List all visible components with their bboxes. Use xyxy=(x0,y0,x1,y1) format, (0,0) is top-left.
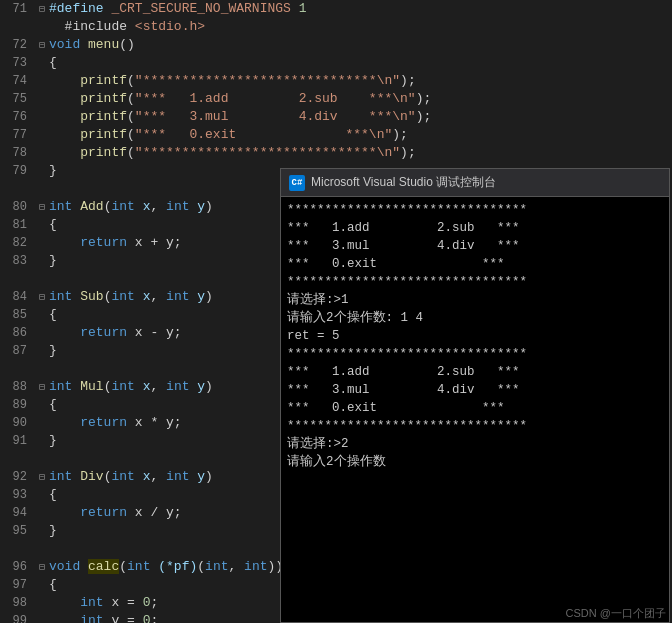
watermark: CSDN @一口个团子 xyxy=(566,606,666,621)
line-number: 96 xyxy=(0,558,35,576)
line-number: 89 xyxy=(0,396,35,414)
code-line: 78 printf("*****************************… xyxy=(0,144,672,162)
line-number: 87 xyxy=(0,342,35,360)
line-number: 77 xyxy=(0,126,35,144)
line-content: #include <stdio.h> xyxy=(49,18,672,36)
console-line: 请选择:>2 xyxy=(287,435,663,453)
line-content: #define _CRT_SECURE_NO_WARNINGS 1 xyxy=(49,0,672,18)
line-number: 76 xyxy=(0,108,35,126)
line-number: 90 xyxy=(0,414,35,432)
line-number: 84 xyxy=(0,288,35,306)
fold-indicator[interactable]: ⊟ xyxy=(35,1,49,19)
line-number: 79 xyxy=(0,162,35,180)
line-number: 98 xyxy=(0,594,35,612)
line-content: printf("*** 3.mul 4.div ***\n"); xyxy=(49,108,672,126)
fold-indicator[interactable]: ⊟ xyxy=(35,379,49,397)
console-line: ******************************** xyxy=(287,417,663,435)
fold-indicator[interactable]: ⊟ xyxy=(35,469,49,487)
console-line: *** 0.exit *** xyxy=(287,399,663,417)
console-line: *** 3.mul 4.div *** xyxy=(287,237,663,255)
line-number: 88 xyxy=(0,378,35,396)
line-number: 83 xyxy=(0,252,35,270)
line-number: 73 xyxy=(0,54,35,72)
line-number: 74 xyxy=(0,72,35,90)
line-number: 82 xyxy=(0,234,35,252)
fold-indicator[interactable]: ⊟ xyxy=(35,199,49,217)
line-number: 91 xyxy=(0,432,35,450)
code-line: 76 printf("*** 3.mul 4.div ***\n"); xyxy=(0,108,672,126)
console-body: *********************************** 1.ad… xyxy=(281,197,669,622)
line-content: void menu() xyxy=(49,36,672,54)
console-line: *** 0.exit *** xyxy=(287,255,663,273)
line-content: printf("******************************\n… xyxy=(49,144,672,162)
console-line: ******************************** xyxy=(287,201,663,219)
line-number: 72 xyxy=(0,36,35,54)
line-number: 80 xyxy=(0,198,35,216)
code-line: 75 printf("*** 1.add 2.sub ***\n"); xyxy=(0,90,672,108)
line-content: { xyxy=(49,54,672,72)
code-line: 72⊟void menu() xyxy=(0,36,672,54)
line-number: 78 xyxy=(0,144,35,162)
console-titlebar: C# Microsoft Visual Studio 调试控制台 xyxy=(281,169,669,197)
console-line: ******************************** xyxy=(287,345,663,363)
fold-indicator[interactable]: ⊟ xyxy=(35,37,49,55)
line-number: 71 xyxy=(0,0,35,18)
console-line: *** 3.mul 4.div *** xyxy=(287,381,663,399)
console-window[interactable]: C# Microsoft Visual Studio 调试控制台 *******… xyxy=(280,168,670,623)
line-number: 86 xyxy=(0,324,35,342)
code-line: 71⊟#define _CRT_SECURE_NO_WARNINGS 1 xyxy=(0,0,672,18)
line-number: 93 xyxy=(0,486,35,504)
line-number: 92 xyxy=(0,468,35,486)
console-line: ret = 5 xyxy=(287,327,663,345)
line-content: printf("*** 1.add 2.sub ***\n"); xyxy=(49,90,672,108)
console-line: *** 1.add 2.sub *** xyxy=(287,363,663,381)
console-icon: C# xyxy=(289,175,305,191)
console-line: *** 1.add 2.sub *** xyxy=(287,219,663,237)
code-line: #include <stdio.h> xyxy=(0,18,672,36)
line-content: printf("******************************\n… xyxy=(49,72,672,90)
console-line: 请输入2个操作数 xyxy=(287,453,663,471)
line-number: 85 xyxy=(0,306,35,324)
code-line: 74 printf("*****************************… xyxy=(0,72,672,90)
fold-indicator[interactable]: ⊟ xyxy=(35,289,49,307)
line-number: 94 xyxy=(0,504,35,522)
line-number: 97 xyxy=(0,576,35,594)
console-line: 请选择:>1 xyxy=(287,291,663,309)
line-content: printf("*** 0.exit ***\n"); xyxy=(49,126,672,144)
line-number: 81 xyxy=(0,216,35,234)
console-line: 请输入2个操作数: 1 4 xyxy=(287,309,663,327)
line-number: 75 xyxy=(0,90,35,108)
code-line: 73 { xyxy=(0,54,672,72)
console-line: ******************************** xyxy=(287,273,663,291)
code-line: 77 printf("*** 0.exit ***\n"); xyxy=(0,126,672,144)
line-number: 95 xyxy=(0,522,35,540)
console-icon-text: C# xyxy=(292,178,303,188)
fold-indicator[interactable]: ⊟ xyxy=(35,559,49,577)
console-title: Microsoft Visual Studio 调试控制台 xyxy=(311,174,661,191)
line-number: 99 xyxy=(0,612,35,623)
